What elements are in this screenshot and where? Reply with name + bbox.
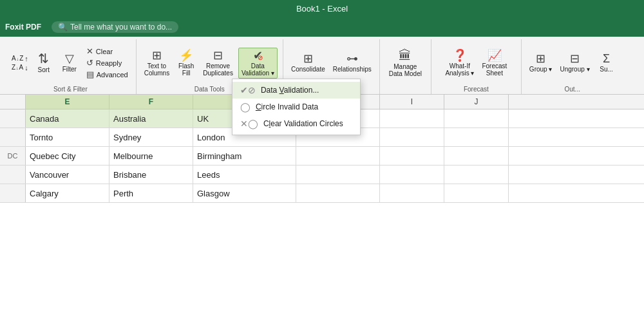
consolidate-button[interactable]: ⊞ Consolidate <box>289 52 328 74</box>
remove-duplicates-icon: ⊟ <box>213 50 223 61</box>
cell-e1[interactable]: Canada <box>26 109 109 128</box>
ribbon: A↓Z ↑ Z↓A ↓ ⇅ Sort ▽ Filter <box>0 37 644 95</box>
dv-icon-2: ◯ <box>240 102 251 112</box>
filter-icon: ▽ <box>65 53 74 64</box>
flash-fill-icon: ⚡ <box>179 50 193 61</box>
sort-filter-label: Sort & Filter <box>53 86 88 93</box>
filter-options-stack: ✕ Clear ↺ Reapply ▤ Advanced <box>84 46 131 80</box>
data-validation-icon: ✔⊘ <box>253 50 263 61</box>
cell-e4[interactable]: Vancouver <box>26 166 109 184</box>
header-spacer <box>0 95 26 109</box>
filter-button[interactable]: ▽ Filter <box>58 52 81 74</box>
subtotal-button[interactable]: Σ Su... <box>595 52 618 74</box>
data-validation-wrapper: ✔⊘ DataValidation ▾ ✔⊘ Data Validation..… <box>238 48 278 79</box>
data-tools-group: ⊞ Text toColumns ⚡ FlashFill ⊟ RemoveDup… <box>137 39 283 94</box>
group-label: Group ▾ <box>529 66 553 73</box>
title-bar: Book1 - Excel <box>0 0 644 17</box>
outline-group: ⊞ Group ▾ ⊟ Ungroup ▾ Σ Su... Out... <box>522 39 623 94</box>
cell-g3[interactable]: Birmingham <box>193 147 296 165</box>
ungroup-label: Ungroup ▾ <box>560 66 589 73</box>
dv-icon-1: ✔⊘ <box>240 85 256 95</box>
cell-i1[interactable] <box>380 109 444 128</box>
row-number <box>0 166 26 184</box>
cell-f3[interactable]: Melbourne <box>109 147 193 165</box>
ungroup-button[interactable]: ⊟ Ungroup ▾ <box>557 52 592 74</box>
cell-j5[interactable] <box>444 184 509 202</box>
cell-h4[interactable] <box>296 166 380 184</box>
cell-j4[interactable] <box>444 166 509 184</box>
cell-g5[interactable]: Glasgow <box>193 184 296 202</box>
cell-f1[interactable]: Australia <box>109 109 193 128</box>
tell-me-box[interactable]: 🔍 Tell me what you want to do... <box>52 21 178 33</box>
col-header-e: E <box>26 95 109 109</box>
data-validation-menu-item[interactable]: ✔⊘ Data Validation... <box>232 82 360 99</box>
search-icon: 🔍 <box>58 23 68 32</box>
sort-filter-group: A↓Z ↑ Z↓A ↓ ⇅ Sort ▽ Filter <box>5 39 137 94</box>
subtotal-label: Su... <box>600 66 613 73</box>
cell-e2[interactable]: Tornto <box>26 128 109 146</box>
what-if-analysis-button[interactable]: ❓ What-IfAnalysis ▾ <box>442 48 477 78</box>
relationships-button[interactable]: ⊶ Relationships <box>330 52 374 74</box>
outline-label: Out... <box>564 86 580 93</box>
clear-validation-label: Clear Validation Circles <box>263 119 343 128</box>
cell-f2[interactable]: Sydney <box>109 128 193 146</box>
cell-i5[interactable] <box>380 184 444 202</box>
data-model-group: 🏛 ManageData Model <box>380 39 431 94</box>
circle-invalid-data-item[interactable]: ◯ Circle Invalid Data <box>232 99 360 115</box>
row-number <box>0 109 26 128</box>
cell-i3[interactable] <box>380 147 444 165</box>
advanced-icon: ▤ <box>86 70 94 79</box>
forecast-sheet-button[interactable]: 📈 ForecastSheet <box>479 48 509 78</box>
group-button[interactable]: ⊞ Group ▾ <box>527 52 555 74</box>
cell-f5[interactable]: Perth <box>109 184 193 202</box>
remove-duplicates-button[interactable]: ⊟ RemoveDuplicates <box>200 48 236 78</box>
reapply-label: Reapply <box>96 59 122 67</box>
manage-data-model-label: ManageData Model <box>389 63 422 77</box>
clear-button[interactable]: ✕ Clear <box>84 46 131 57</box>
remove-duplicates-label: RemoveDuplicates <box>203 62 233 77</box>
text-to-columns-icon: ⊞ <box>152 50 162 61</box>
text-to-columns-button[interactable]: ⊞ Text toColumns <box>142 48 172 78</box>
cell-f4[interactable]: Brisbane <box>109 166 193 184</box>
data-validation-button[interactable]: ✔⊘ DataValidation ▾ <box>238 48 278 79</box>
cell-h3[interactable] <box>296 147 380 165</box>
relationships-label: Relationships <box>333 66 372 73</box>
cell-g4[interactable]: Leeds <box>193 166 296 184</box>
sort-label: Sort <box>38 66 50 73</box>
cell-i2[interactable] <box>380 128 444 146</box>
text-to-columns-label: Text toColumns <box>144 62 169 77</box>
cell-e5[interactable]: Calgary <box>26 184 109 202</box>
data-validation-label: DataValidation ▾ <box>242 62 274 77</box>
advanced-button[interactable]: ▤ Advanced <box>84 69 131 80</box>
sort-az-asc-button[interactable]: A↓Z ↑ <box>10 54 30 63</box>
sort-icon: ⇅ <box>38 52 49 65</box>
cell-i4[interactable] <box>380 166 444 184</box>
consolidate-label: Consolidate <box>291 66 325 73</box>
ungroup-icon: ⊟ <box>570 53 580 64</box>
cell-j1[interactable] <box>444 109 509 128</box>
table-row: Vancouver Brisbane Leeds <box>0 166 644 184</box>
cell-h5[interactable] <box>296 184 380 202</box>
relationships-icon: ⊶ <box>346 53 358 64</box>
cell-j3[interactable] <box>444 147 509 165</box>
group-icon: ⊞ <box>536 53 545 64</box>
foxit-pdf-label[interactable]: Foxit PDF <box>5 23 41 32</box>
row-number <box>0 184 26 202</box>
data-validation-menu-label: Data Validation... <box>261 86 319 95</box>
data-validation-dropdown: ✔⊘ Data Validation... ◯ Circle Invalid D… <box>232 79 361 135</box>
filter-label: Filter <box>62 66 77 73</box>
clear-label: Clear <box>96 48 113 55</box>
cell-e3[interactable]: Quebec City <box>26 147 109 165</box>
cell-j2[interactable] <box>444 128 509 146</box>
clear-validation-circles-item[interactable]: ✕◯ Clear Validation Circles <box>232 115 360 132</box>
clear-icon: ✕ <box>86 46 93 56</box>
flash-fill-button[interactable]: ⚡ FlashFill <box>175 48 198 78</box>
reapply-button[interactable]: ↺ Reapply <box>84 57 131 68</box>
manage-data-model-button[interactable]: 🏛 ManageData Model <box>386 48 424 79</box>
sort-az-desc-button[interactable]: Z↓A ↓ <box>10 63 30 72</box>
table-row: DC Quebec City Melbourne Birmingham <box>0 147 644 166</box>
reapply-icon: ↺ <box>86 58 93 68</box>
sort-button[interactable]: ⇅ Sort <box>32 51 55 75</box>
what-if-icon: ❓ <box>453 50 467 61</box>
what-if-label: What-IfAnalysis ▾ <box>445 62 474 77</box>
